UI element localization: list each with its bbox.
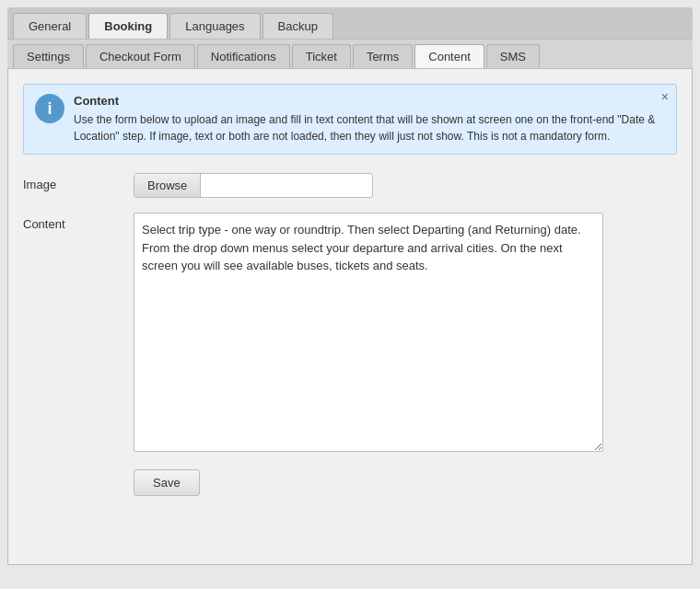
tab-backup[interactable]: Backup bbox=[262, 13, 333, 39]
info-box: i Content Use the form below to upload a… bbox=[23, 84, 677, 155]
file-input-area: Browse bbox=[134, 173, 373, 198]
content-label: Content bbox=[23, 213, 134, 231]
content-field bbox=[134, 213, 677, 455]
tab-notifications[interactable]: Notifications bbox=[197, 44, 290, 68]
top-tab-bar: General Booking Languages Backup bbox=[7, 7, 693, 39]
info-icon: i bbox=[35, 94, 64, 123]
content-row: Content bbox=[23, 213, 677, 455]
tab-ticket[interactable]: Ticket bbox=[292, 44, 351, 68]
main-content-area: i Content Use the form below to upload a… bbox=[7, 68, 693, 565]
image-label: Image bbox=[23, 173, 134, 191]
tab-settings[interactable]: Settings bbox=[13, 44, 84, 68]
app-container: General Booking Languages Backup Setting… bbox=[0, 0, 700, 589]
image-field: Browse bbox=[134, 173, 677, 198]
tab-content[interactable]: Content bbox=[414, 44, 484, 68]
tab-sms[interactable]: SMS bbox=[486, 44, 540, 68]
info-description: Use the form below to upload an image an… bbox=[74, 111, 665, 144]
tab-terms[interactable]: Terms bbox=[353, 44, 413, 68]
tab-checkout-form[interactable]: Checkout Form bbox=[86, 44, 195, 68]
info-close-button[interactable]: × bbox=[661, 90, 669, 103]
save-button[interactable]: Save bbox=[134, 469, 200, 496]
tab-languages[interactable]: Languages bbox=[169, 13, 260, 39]
content-textarea[interactable] bbox=[134, 213, 603, 452]
secondary-tab-bar: Settings Checkout Form Notifications Tic… bbox=[7, 39, 693, 68]
image-row: Image Browse bbox=[23, 173, 677, 198]
browse-button[interactable]: Browse bbox=[134, 174, 201, 197]
file-name-display bbox=[201, 182, 372, 190]
tab-booking[interactable]: Booking bbox=[88, 13, 168, 39]
tab-general[interactable]: General bbox=[13, 13, 87, 39]
info-title: Content bbox=[74, 94, 665, 108]
info-text-block: Content Use the form below to upload an … bbox=[74, 94, 665, 144]
